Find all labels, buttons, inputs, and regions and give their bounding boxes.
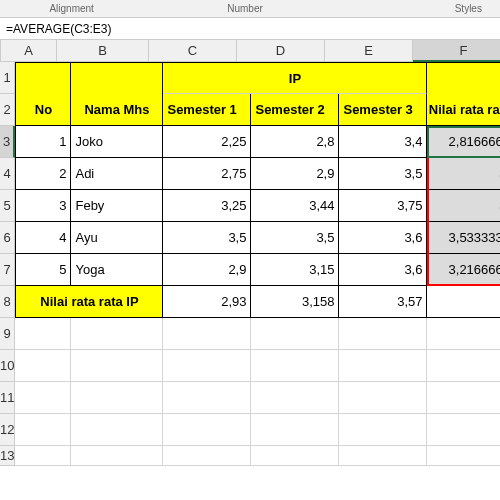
cell-E13[interactable] <box>339 446 427 466</box>
row-header-12[interactable]: 12 <box>0 414 15 446</box>
cell-F8[interactable] <box>427 286 500 318</box>
formula-bar <box>0 18 500 40</box>
cell-A4[interactable]: 2 <box>15 158 71 190</box>
cell-B2[interactable]: Nama Mhs <box>71 94 163 126</box>
cell-E12[interactable] <box>339 414 427 446</box>
cell-F10[interactable] <box>427 350 500 382</box>
cell-F1[interactable] <box>427 62 500 94</box>
cell-A12[interactable] <box>15 414 71 446</box>
col-header-D[interactable]: D <box>237 40 325 62</box>
cell-B10[interactable] <box>71 350 163 382</box>
cell-E2[interactable]: Semester 3 <box>339 94 427 126</box>
cell-A10[interactable] <box>15 350 71 382</box>
row-headers: 1 2 3 4 5 6 7 8 9 10 11 12 13 <box>0 62 15 466</box>
cell-C12[interactable] <box>163 414 251 446</box>
row-header-1[interactable]: 1 <box>0 62 15 94</box>
col-header-C[interactable]: C <box>149 40 237 62</box>
cell-F11[interactable] <box>427 382 500 414</box>
cell-D7[interactable]: 3,15 <box>251 254 339 286</box>
cell-C8[interactable]: 2,93 <box>163 286 251 318</box>
ribbon-styles-label: Styles <box>437 3 500 14</box>
cell-D5[interactable]: 3,44 <box>251 190 339 222</box>
formula-input[interactable] <box>0 20 500 38</box>
cell-F5[interactable]: 3,48 <box>427 190 500 222</box>
cell-A7[interactable]: 5 <box>15 254 71 286</box>
row-header-4[interactable]: 4 <box>0 158 15 190</box>
cell-B7[interactable]: Yoga <box>71 254 163 286</box>
cell-D6[interactable]: 3,5 <box>251 222 339 254</box>
cell-E10[interactable] <box>339 350 427 382</box>
cell-B13[interactable] <box>71 446 163 466</box>
cell-B1[interactable] <box>71 62 163 94</box>
cell-C11[interactable] <box>163 382 251 414</box>
cell-D12[interactable] <box>251 414 339 446</box>
cell-E8[interactable]: 3,57 <box>339 286 427 318</box>
cell-E5[interactable]: 3,75 <box>339 190 427 222</box>
ribbon-alignment-label: Alignment <box>40 3 103 14</box>
col-header-E[interactable]: E <box>325 40 413 62</box>
cell-A9[interactable] <box>15 318 71 350</box>
cell-B11[interactable] <box>71 382 163 414</box>
cell-D11[interactable] <box>251 382 339 414</box>
cell-F7[interactable]: 3,216666667 <box>427 254 500 286</box>
cell-E6[interactable]: 3,6 <box>339 222 427 254</box>
row-header-6[interactable]: 6 <box>0 222 15 254</box>
row-header-5[interactable]: 5 <box>0 190 15 222</box>
cell-F6[interactable]: 3,533333333 <box>427 222 500 254</box>
row-header-8[interactable]: 8 <box>0 286 15 318</box>
cell-F13[interactable] <box>427 446 500 466</box>
cell-A6[interactable]: 4 <box>15 222 71 254</box>
cell-B9[interactable] <box>71 318 163 350</box>
cell-F4[interactable]: 3,05 <box>427 158 500 190</box>
col-header-F[interactable]: F <box>413 40 500 62</box>
cell-F3[interactable]: 2,816666667 <box>427 126 500 158</box>
cell-A3[interactable]: 1 <box>15 126 71 158</box>
cell-C9[interactable] <box>163 318 251 350</box>
cell-D10[interactable] <box>251 350 339 382</box>
cell-D4[interactable]: 2,9 <box>251 158 339 190</box>
row-header-11[interactable]: 11 <box>0 382 15 414</box>
cell-F9[interactable] <box>427 318 500 350</box>
cell-D3[interactable]: 2,8 <box>251 126 339 158</box>
cell-E3[interactable]: 3,4 <box>339 126 427 158</box>
cell-A2[interactable]: No <box>15 94 71 126</box>
cell-C4[interactable]: 2,75 <box>163 158 251 190</box>
select-all-corner[interactable] <box>0 40 1 62</box>
cell-B12[interactable] <box>71 414 163 446</box>
cell-C10[interactable] <box>163 350 251 382</box>
col-header-B[interactable]: B <box>57 40 149 62</box>
cell-D9[interactable] <box>251 318 339 350</box>
cell-A8-merged[interactable]: Nilai rata rata IP <box>15 286 163 318</box>
cell-B4[interactable]: Adi <box>71 158 163 190</box>
cell-F2[interactable]: Nilai rata rata IP <box>427 94 500 126</box>
cell-C3[interactable]: 2,25 <box>163 126 251 158</box>
col-header-A[interactable]: A <box>1 40 57 62</box>
cell-B3[interactable]: Joko <box>71 126 163 158</box>
cell-B6[interactable]: Ayu <box>71 222 163 254</box>
cell-C2[interactable]: Semester 1 <box>163 94 251 126</box>
cell-D13[interactable] <box>251 446 339 466</box>
row-header-10[interactable]: 10 <box>0 350 15 382</box>
cell-C13[interactable] <box>163 446 251 466</box>
cell-D2[interactable]: Semester 2 <box>251 94 339 126</box>
row-header-9[interactable]: 9 <box>0 318 15 350</box>
cell-E7[interactable]: 3,6 <box>339 254 427 286</box>
row-header-7[interactable]: 7 <box>0 254 15 286</box>
cell-E9[interactable] <box>339 318 427 350</box>
cell-F12[interactable] <box>427 414 500 446</box>
cell-A1[interactable] <box>15 62 71 94</box>
cell-A11[interactable] <box>15 382 71 414</box>
cell-C6[interactable]: 3,5 <box>163 222 251 254</box>
cell-B5[interactable]: Feby <box>71 190 163 222</box>
cell-C7[interactable]: 2,9 <box>163 254 251 286</box>
row-header-13[interactable]: 13 <box>0 446 15 466</box>
cell-D8[interactable]: 3,158 <box>251 286 339 318</box>
cell-A13[interactable] <box>15 446 71 466</box>
cell-A5[interactable]: 3 <box>15 190 71 222</box>
cell-E11[interactable] <box>339 382 427 414</box>
cell-E4[interactable]: 3,5 <box>339 158 427 190</box>
row-header-2[interactable]: 2 <box>0 94 15 126</box>
row-header-3[interactable]: 3 <box>0 126 15 158</box>
cell-C5[interactable]: 3,25 <box>163 190 251 222</box>
cell-C1-merged[interactable]: IP <box>163 62 427 94</box>
